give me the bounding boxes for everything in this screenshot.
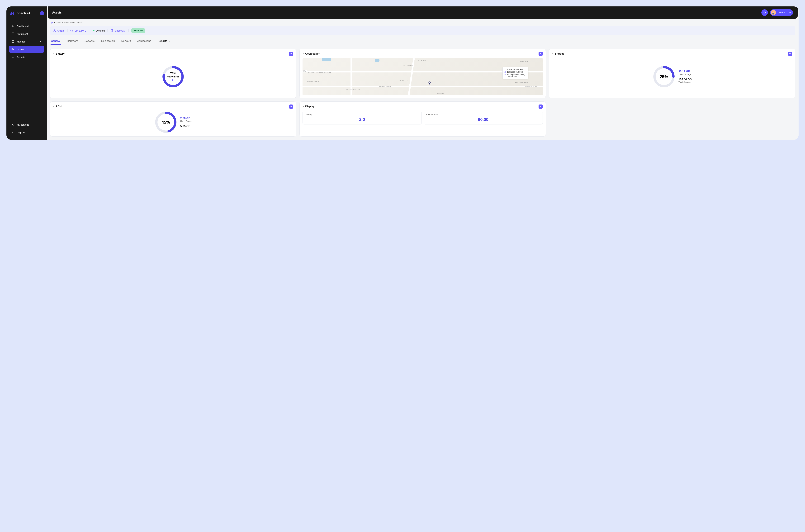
map-label: KOYAMBEDU [399,79,408,81]
topbar: Assets User5002 [47,6,798,19]
display-refresh-value: 60.00 [426,117,540,122]
ram-percent: 45% [161,120,170,125]
nav-label: Manage [17,40,25,43]
map[interactable]: 716 KOLATHUR PERAMBUR VILLIVAKKAM AMBATT… [303,58,543,95]
svg-rect-0 [12,25,13,26]
nav-my-settings[interactable]: My settings [9,121,44,128]
card-title: Display [305,105,537,108]
asset-owner: Sriram [53,29,64,32]
pin-icon [504,74,506,76]
nav-logout[interactable]: Log Out [9,129,44,136]
display-density-cell: Density 2.0 [303,111,422,125]
storage-card: ⠿ Storage 25% 35.19 GB Used Storage [549,49,796,98]
breadcrumb-marker-icon [51,22,53,23]
svg-rect-8 [14,49,14,50]
svg-rect-7 [12,49,13,50]
chevron-down-icon [40,56,42,58]
divider [67,29,68,32]
status-badge: Enrolled [131,28,145,33]
svg-rect-13 [772,13,774,15]
storage-total: 110.04 GB [678,78,692,81]
content-area: Assets › View Asset Details Sriram SM-E5… [47,20,799,140]
brand-name: SpectraAI [16,12,38,15]
asset-os: Android [92,29,105,32]
cards-grid: ⠿ Battery 78% 5830 mAh [50,49,796,136]
svg-rect-15 [71,30,72,31]
storage-used: 35.19 GB [678,70,692,73]
nav-label: My settings [17,124,29,126]
devices-icon [11,48,15,51]
notifications-button[interactable] [761,10,768,16]
svg-rect-1 [13,25,14,26]
ram-gauge: 45% [155,111,177,133]
archive-icon [11,40,15,43]
drag-handle-icon[interactable]: ⠿ [552,53,554,55]
svg-point-28 [505,74,505,75]
drag-handle-icon[interactable]: ⠿ [53,106,54,108]
tab-reports[interactable]: Reports [157,38,171,44]
tab-network[interactable]: Network [121,38,131,44]
chevron-down-icon [40,40,42,43]
nav-assets[interactable]: Assets [9,46,44,53]
expand-button[interactable] [539,104,543,109]
storage-used-label: Used Storage [678,73,692,76]
svg-point-17 [93,30,94,30]
tab-hardware[interactable]: Hardware [66,38,78,44]
divider [108,29,108,32]
expand-button[interactable] [539,52,543,56]
svg-point-14 [54,30,55,31]
breadcrumb-root[interactable]: Assets [54,21,61,24]
sidebar: SpectraAI Dashboard Enrolment Manage Ass… [6,6,47,140]
display-refresh-cell: Refresh Rate 60.00 [424,111,543,125]
nav-manage[interactable]: Manage [9,38,44,45]
avatar [771,10,776,15]
battery-capacity: 5830 mAh [168,75,179,78]
svg-point-18 [94,30,94,30]
ram-card: ⠿ RAM 45% 2.56 GB Used Space [50,101,296,136]
nav-label: Dashboard [17,25,28,27]
map-label: KODAMBAKKAM [379,86,391,87]
device-icon [70,29,73,32]
location-icon [111,29,114,32]
tab-general[interactable]: General [51,38,61,44]
card-title: Storage [555,52,787,55]
drag-handle-icon[interactable]: ⠿ [303,106,304,108]
asset-info-bar: Sriram SM-E546B Android SpectraAI [50,26,796,35]
nav-enrolment[interactable]: Enrolment [9,30,44,37]
asset-tabs: General Hardware Software Geolocation Ne… [50,38,796,45]
tab-geolocation[interactable]: Geolocation [101,38,115,44]
storage-percent: 25% [660,74,668,79]
clock-icon [504,69,506,71]
geolocation-card: ⠿ Geolocation 716 KOLATHUR [300,49,546,98]
battery-gauge: 78% 5830 mAh [162,65,184,88]
battery-card: ⠿ Battery 78% 5830 mAh [50,49,296,98]
plus-square-icon [11,32,15,35]
expand-button[interactable] [289,52,293,56]
map-label: AMBATTUR INDUSTRIAL ESTATE [307,72,331,74]
drag-handle-icon[interactable]: ⠿ [53,53,54,55]
logo-row: SpectraAI [9,10,44,16]
nav-label: Reports [17,56,25,58]
user-menu[interactable]: User5002 [770,10,793,16]
tab-software[interactable]: Software [84,38,95,44]
nav-reports[interactable]: Reports [9,54,44,60]
nav-bottom: My settings Log Out [9,121,44,136]
map-label: PERAMBUR [520,61,528,63]
plug-icon [172,79,174,81]
ram-used-label: Used Space [180,120,192,122]
drag-handle-icon[interactable]: ⠿ [303,53,304,55]
svg-point-24 [429,82,430,83]
expand-button[interactable] [289,104,293,109]
logo-icon [9,10,15,16]
map-label: NUNGAMBAKKAM [515,82,528,83]
user-icon [53,29,56,32]
asset-org-name: SpectraAI [115,29,126,32]
display-metrics: Density 2.0 Refresh Rate 60.00 [303,111,543,125]
breadcrumb: Assets › View Asset Details [50,21,796,24]
page-title: Assets [52,11,761,14]
nav-dashboard[interactable]: Dashboard [9,22,44,30]
expand-button[interactable] [788,52,792,56]
tab-applications[interactable]: Applications [137,38,151,44]
logout-icon [11,131,15,134]
collapse-sidebar-button[interactable] [40,11,44,15]
